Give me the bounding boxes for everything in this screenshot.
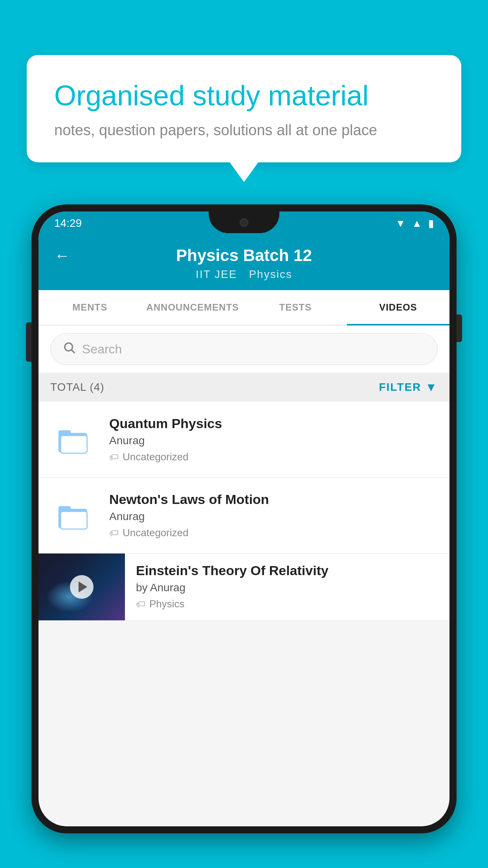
search-placeholder: Search [82,342,122,357]
battery-icon: ▮ [428,217,434,230]
speech-bubble-container: Organised study material notes, question… [27,55,461,162]
video-tag-3: 🏷 Physics [136,598,438,610]
tab-announcements[interactable]: ANNOUNCEMENTS [141,290,244,325]
phone-screen: 14:29 ▼ ▲ ▮ ← Physics Batch 12 IIT JEE [39,211,449,826]
video-info-3: Einstein's Theory Of Relativity by Anura… [125,554,449,620]
notch [209,211,279,233]
video-info-1: Quantum Physics Anurag 🏷 Uncategorized [109,416,438,463]
tag-icon-1: 🏷 [109,452,119,463]
video-author-3: by Anurag [136,581,438,594]
search-icon [62,341,76,357]
header-tag1: IIT JEE [196,268,237,281]
video-info-2: Newton's Laws of Motion Anurag 🏷 Uncateg… [109,492,438,539]
tab-ments[interactable]: MENTS [39,290,141,325]
notch-camera [240,218,248,227]
tab-videos[interactable]: VIDEOS [347,290,450,325]
video-author-1: Anurag [109,434,438,447]
tabs-bar: MENTS ANNOUNCEMENTS TESTS VIDEOS [39,290,449,326]
total-count: TOTAL (4) [50,381,105,394]
filter-button[interactable]: FILTER ▼ [379,381,438,394]
filter-icon: ▼ [425,381,438,394]
video-item-2[interactable]: Newton's Laws of Motion Anurag 🏷 Uncateg… [39,478,449,554]
svg-point-0 [65,343,73,351]
video-thumb-2 [50,498,97,533]
phone-wrapper: 14:29 ▼ ▲ ▮ ← Physics Batch 12 IIT JEE [31,204,457,868]
signal-icon: ▲ [412,217,422,230]
filter-label: FILTER [379,381,421,394]
speech-bubble: Organised study material notes, question… [27,55,461,162]
tag-icon-3: 🏷 [136,599,145,610]
search-bar[interactable]: Search [50,333,438,365]
header-title: Physics Batch 12 [54,246,434,265]
speech-bubble-subtitle: notes, question papers, solutions all at… [54,122,434,139]
tab-tests[interactable]: TESTS [244,290,347,325]
video-title-1: Quantum Physics [109,416,438,431]
search-container: Search [39,326,449,373]
status-icons: ▼ ▲ ▮ [396,217,434,230]
svg-rect-6 [59,506,71,510]
video-thumbnail-3 [39,554,125,620]
svg-line-1 [72,350,75,353]
wifi-icon: ▼ [396,217,406,230]
video-list: Quantum Physics Anurag 🏷 Uncategorized [39,402,449,621]
header-row: ← Physics Batch 12 [54,246,434,265]
speech-bubble-title: Organised study material [54,79,434,112]
header-tags: IIT JEE Physics [196,265,292,281]
video-author-2: Anurag [109,510,438,523]
video-item-1[interactable]: Quantum Physics Anurag 🏷 Uncategorized [39,402,449,478]
phone-outer: 14:29 ▼ ▲ ▮ ← Physics Batch 12 IIT JEE [31,204,457,833]
play-button-3[interactable] [70,575,94,599]
video-title-2: Newton's Laws of Motion [109,492,438,507]
svg-rect-7 [61,511,87,529]
svg-rect-4 [61,436,87,453]
video-tag-1: 🏷 Uncategorized [109,451,438,463]
back-button[interactable]: ← [54,247,70,265]
app-header: ← Physics Batch 12 IIT JEE Physics [39,235,449,290]
tag-icon-2: 🏷 [109,528,119,539]
svg-rect-3 [59,430,71,434]
video-title-3: Einstein's Theory Of Relativity [136,563,438,578]
status-time: 14:29 [54,217,82,230]
status-bar: 14:29 ▼ ▲ ▮ [39,211,449,235]
header-tag2: Physics [249,268,292,281]
video-tag-2: 🏷 Uncategorized [109,527,438,539]
video-thumb-1 [50,422,97,457]
filter-bar: TOTAL (4) FILTER ▼ [39,373,449,402]
video-item-3[interactable]: Einstein's Theory Of Relativity by Anura… [39,554,449,621]
